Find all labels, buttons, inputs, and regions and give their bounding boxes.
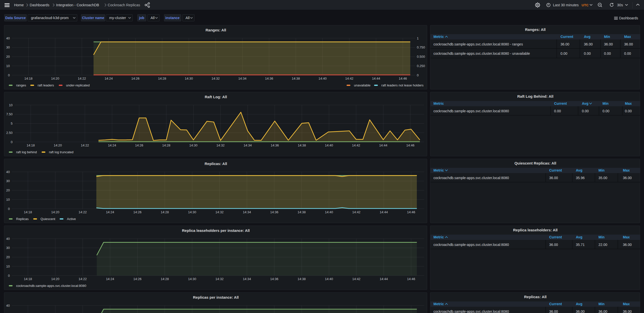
svg-text:40: 40 — [6, 170, 10, 174]
svg-text:1: 1 — [417, 36, 419, 40]
svg-text:14:30: 14:30 — [185, 77, 193, 80]
svg-text:Replicas per instance: All: Replicas per instance: All — [193, 295, 239, 299]
svg-text:30: 30 — [6, 45, 10, 49]
svg-text:14:42: 14:42 — [352, 277, 360, 281]
svg-text:14:46: 14:46 — [399, 77, 407, 80]
svg-text:0: 0 — [8, 207, 10, 211]
svg-text:14:18: 14:18 — [24, 210, 32, 214]
svg-text:14:36: 14:36 — [265, 77, 273, 80]
svg-text:40: 40 — [6, 36, 10, 40]
svg-text:7.50: 7.50 — [6, 112, 13, 116]
svg-text:10: 10 — [9, 103, 13, 107]
svg-text:14:36: 14:36 — [270, 210, 278, 214]
svg-text:14:24: 14:24 — [105, 77, 113, 80]
svg-text:14:22: 14:22 — [78, 277, 87, 281]
svg-text:14:38: 14:38 — [298, 277, 306, 281]
svg-text:14:34: 14:34 — [238, 77, 247, 80]
svg-text:40: 40 — [6, 304, 10, 307]
svg-text:Replica leaseholders per insta: Replica leaseholders per instance: All — [182, 228, 250, 233]
svg-text:unavailable: unavailable — [354, 83, 371, 87]
svg-text:14:22: 14:22 — [78, 77, 86, 80]
svg-text:14:42: 14:42 — [352, 210, 360, 214]
svg-text:14:42: 14:42 — [345, 77, 353, 80]
svg-text:14:28: 14:28 — [162, 143, 171, 147]
svg-text:14:18: 14:18 — [24, 77, 33, 80]
svg-text:14:36: 14:36 — [270, 277, 278, 281]
svg-text:cockroachdb.sample-apps.svc.cl: cockroachdb.sample-apps.svc.cluster.loca… — [16, 284, 86, 288]
svg-text:raft leaders not lease holders: raft leaders not lease holders — [381, 83, 424, 87]
svg-text:14:30: 14:30 — [188, 210, 196, 214]
svg-text:Quiescent: Quiescent — [41, 217, 55, 221]
svg-text:14:46: 14:46 — [407, 210, 415, 214]
svg-text:14:34: 14:34 — [243, 210, 251, 214]
svg-text:2.50: 2.50 — [6, 131, 13, 135]
svg-text:14:44: 14:44 — [380, 277, 388, 281]
svg-text:0: 0 — [11, 140, 13, 144]
svg-text:10: 10 — [6, 198, 10, 201]
svg-text:10: 10 — [6, 64, 10, 68]
svg-text:0: 0 — [8, 274, 10, 278]
svg-text:14:26: 14:26 — [135, 143, 143, 147]
svg-text:14:38: 14:38 — [292, 77, 300, 80]
svg-text:14:18: 14:18 — [24, 277, 32, 281]
svg-text:14:28: 14:28 — [161, 277, 169, 281]
svg-text:0.750: 0.750 — [417, 45, 425, 49]
svg-text:14:20: 14:20 — [54, 143, 62, 147]
svg-text:0.500: 0.500 — [417, 55, 425, 59]
svg-text:Ranges: All: Ranges: All — [206, 28, 226, 32]
svg-text:14:32: 14:32 — [215, 277, 224, 281]
svg-text:14:20: 14:20 — [51, 210, 60, 214]
svg-text:Raft Log: All: Raft Log: All — [205, 95, 227, 99]
svg-text:14:20: 14:20 — [51, 277, 60, 281]
svg-text:14:26: 14:26 — [133, 277, 142, 281]
svg-text:14:44: 14:44 — [380, 210, 388, 214]
svg-text:14:36: 14:36 — [271, 143, 279, 147]
svg-text:raft log truncated: raft log truncated — [49, 150, 73, 154]
svg-text:14:24: 14:24 — [106, 210, 114, 214]
svg-text:0: 0 — [8, 73, 10, 77]
svg-text:14:40: 14:40 — [325, 277, 333, 281]
svg-text:under-replicated: under-replicated — [66, 83, 90, 87]
svg-text:14:26: 14:26 — [133, 210, 142, 214]
svg-text:14:44: 14:44 — [372, 77, 380, 80]
svg-text:20: 20 — [6, 188, 10, 192]
svg-text:14:18: 14:18 — [27, 143, 35, 147]
svg-text:20: 20 — [6, 255, 10, 259]
svg-text:raft log behind: raft log behind — [16, 150, 37, 154]
svg-text:14:32: 14:32 — [216, 143, 225, 147]
svg-text:14:28: 14:28 — [158, 77, 166, 80]
svg-text:0: 0 — [417, 73, 419, 77]
svg-text:14:44: 14:44 — [379, 143, 387, 147]
svg-text:14:34: 14:34 — [243, 277, 251, 281]
svg-text:10: 10 — [6, 265, 10, 268]
svg-text:14:34: 14:34 — [244, 143, 252, 147]
svg-text:ranges: ranges — [16, 83, 26, 87]
svg-text:20: 20 — [6, 55, 10, 59]
svg-text:14:46: 14:46 — [407, 277, 415, 281]
svg-text:14:40: 14:40 — [318, 77, 327, 80]
svg-text:30: 30 — [6, 179, 10, 183]
svg-text:14:38: 14:38 — [298, 143, 306, 147]
svg-text:raft leaders: raft leaders — [38, 83, 54, 87]
svg-text:40: 40 — [6, 237, 10, 241]
svg-text:14:40: 14:40 — [325, 210, 333, 214]
svg-text:Active: Active — [67, 217, 76, 221]
svg-text:0.250: 0.250 — [417, 64, 425, 68]
svg-text:14:20: 14:20 — [51, 77, 59, 80]
svg-text:14:22: 14:22 — [78, 210, 87, 214]
svg-text:30: 30 — [6, 246, 10, 250]
svg-text:14:26: 14:26 — [131, 77, 140, 80]
svg-text:5: 5 — [11, 122, 13, 125]
svg-text:14:28: 14:28 — [161, 210, 169, 214]
svg-text:14:38: 14:38 — [298, 210, 306, 214]
svg-text:14:24: 14:24 — [106, 277, 114, 281]
svg-text:Replicas: All: Replicas: All — [205, 162, 227, 166]
svg-text:14:30: 14:30 — [188, 277, 196, 281]
svg-text:14:32: 14:32 — [215, 210, 224, 214]
svg-text:14:32: 14:32 — [212, 77, 220, 80]
svg-text:14:42: 14:42 — [352, 143, 360, 147]
svg-text:Replicas: Replicas — [16, 217, 29, 221]
svg-text:14:40: 14:40 — [325, 143, 333, 147]
svg-text:14:30: 14:30 — [189, 143, 198, 147]
svg-text:14:46: 14:46 — [406, 143, 415, 147]
